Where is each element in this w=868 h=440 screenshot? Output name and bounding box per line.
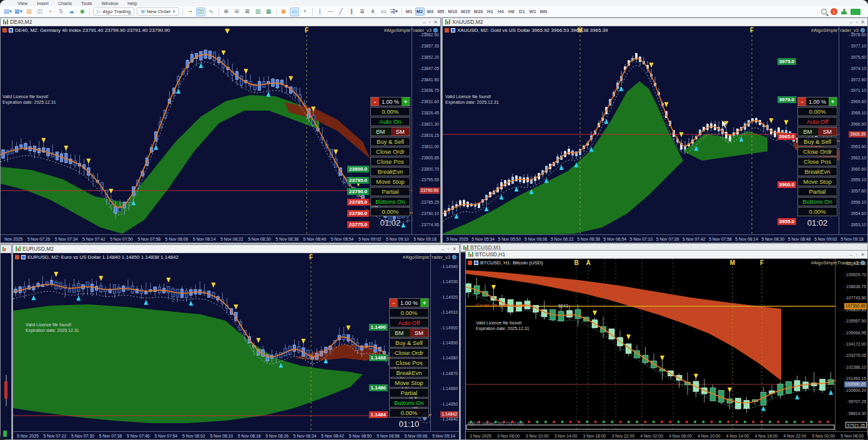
auto-toggle-button[interactable]: Auto Off <box>797 117 837 126</box>
window-titlebar-btc[interactable]: BTCUSD,H1–▫✕ <box>466 251 867 259</box>
close-pos-button[interactable]: Close Pos <box>389 358 429 368</box>
timeframe-h4[interactable]: H4 <box>496 8 505 16</box>
timeframe-m5[interactable]: M5 <box>436 8 446 16</box>
buy-sell-button[interactable]: Buy & Sell <box>370 137 410 146</box>
market-watch-icon[interactable]: ▥ <box>24 8 34 16</box>
chart-canvas-eur[interactable]: FEURUSD, M2: Euro vs US Dollar 1.14840 1… <box>13 253 459 431</box>
cloud-sync-icon[interactable]: ☁ <box>67 8 76 16</box>
new-order-button[interactable]: ⊞New Order▾ <box>137 8 179 16</box>
timeframe-m1[interactable]: M1 <box>405 8 414 16</box>
move-stop-button[interactable]: Move Stop <box>797 177 837 186</box>
background-window-edge-left[interactable] <box>0 244 12 440</box>
timeframe-m10[interactable]: M10 <box>447 8 459 16</box>
chart-canvas-btc[interactable]: BAMFBTCUSD, H1: Bitcoin (USD)#AlgoSimple… <box>466 259 867 431</box>
time-axis-xau[interactable]: 5 Nov 20255 Nov 05:345 Nov 05:505 Nov 06… <box>443 234 867 242</box>
price-scale-de40[interactable]: 23862.5023857.3523852.2023847.0523841.90… <box>412 26 440 234</box>
profiles-icon[interactable]: ▦▾ <box>14 8 23 16</box>
bm-button[interactable]: BM <box>798 128 817 136</box>
close-button[interactable]: ✕ <box>452 246 456 252</box>
time-axis-de40[interactable]: Nov 20255 Nov 07:265 Nov 07:345 Nov 07:4… <box>1 234 440 242</box>
risk-decrease-button[interactable]: - <box>390 299 398 307</box>
time-axis-btc[interactable]: 3 Nov 20253 Nov 06:003 Nov 10:003 Nov 14… <box>466 431 867 439</box>
window-titlebar-eur[interactable]: EURUSD,M2–▫✕ <box>13 245 459 253</box>
buy-sell-button[interactable]: Buy & Sell <box>389 338 429 348</box>
close-pos-button[interactable]: Close Pos <box>370 157 410 166</box>
auto-toggle-button[interactable]: Auto On <box>370 117 410 126</box>
chart-shift-icon[interactable]: ▯▯ <box>196 8 205 16</box>
timeframe-h8[interactable]: H8 <box>506 8 516 16</box>
minimize-button[interactable]: – <box>423 19 425 25</box>
lock-icon[interactable]: ▪ <box>46 8 55 16</box>
menu-item-view[interactable]: View <box>17 1 27 6</box>
menu-item-insert[interactable]: Insert <box>37 1 49 6</box>
close-ordr-button[interactable]: Close Ordr <box>389 348 429 358</box>
zoom-in-icon[interactable]: ⊕ <box>222 8 231 16</box>
price-scale-eur[interactable]: 1.149401.149301.149201.149101.149001.148… <box>430 253 459 431</box>
bm-button[interactable]: BM <box>371 128 390 136</box>
minimize-button[interactable]: – <box>850 19 852 25</box>
fibo-icon[interactable]: ≣ <box>358 8 367 16</box>
channel-icon[interactable]: ∥ <box>347 8 357 16</box>
restore-button[interactable]: ▫ <box>856 19 857 25</box>
breakevn-button[interactable]: BreakEvn <box>370 167 410 176</box>
timeframe-w1[interactable]: W1 <box>528 8 537 16</box>
partial-button[interactable]: Partial <box>389 388 429 398</box>
trendline-icon[interactable]: ╱ <box>337 8 346 16</box>
move-stop-button[interactable]: Move Stop <box>370 177 410 186</box>
hline-icon[interactable]: — <box>326 8 335 16</box>
menu-item-tools[interactable]: Tools <box>81 1 92 6</box>
data-window-icon[interactable]: ◫ <box>35 8 44 16</box>
timeframe-m15[interactable]: M15 <box>460 8 471 16</box>
price-scale-btc[interactable]: 110422.65109529.70108636.75107743.801068… <box>835 259 867 431</box>
menu-item-window[interactable]: Window <box>102 1 119 6</box>
pitchfork-icon[interactable]: ⋔ <box>368 8 378 16</box>
close-button[interactable]: ✕ <box>861 19 865 25</box>
autoscale-icon[interactable]: ∿ <box>207 8 216 16</box>
auto-toggle-button[interactable]: Auto Off <box>389 318 429 328</box>
window-titlebar-de40[interactable]: DE40,M2–▫✕ <box>1 18 440 26</box>
close-button[interactable]: ✕ <box>861 252 865 258</box>
zoom-out-icon[interactable]: ⊖ <box>232 8 242 16</box>
cursor-icon[interactable]: ▭ <box>290 8 299 16</box>
candle-chart-icon[interactable]: ▦ <box>264 8 274 16</box>
close-ordr-button[interactable]: Close Ordr <box>797 147 837 156</box>
chart-canvas-xau[interactable]: MFXAUUSD, M2: Gold vs US Dollar 3965.92 … <box>443 26 867 234</box>
risk-increase-button[interactable]: + <box>402 98 410 106</box>
algo-trading-button[interactable]: ▷Algo Trading <box>93 8 134 16</box>
timeframe-h1[interactable]: H1 <box>485 8 495 16</box>
restore-button[interactable]: ▫ <box>856 252 857 258</box>
new-chart-icon[interactable]: ▤▾ <box>3 8 12 16</box>
tile-windows-icon[interactable]: ⊞ <box>243 8 252 16</box>
close-button[interactable]: ✕ <box>433 19 438 25</box>
minimize-button[interactable]: – <box>441 246 444 252</box>
breakevn-button[interactable]: BreakEvn <box>389 368 429 378</box>
chart-canvas-de40[interactable]: FDE40, M2: Germany 40 Index 23791.40 237… <box>1 26 440 234</box>
partial-button[interactable]: Partial <box>370 187 410 196</box>
bm-button[interactable]: BM <box>390 329 409 337</box>
rectangle-icon[interactable]: ▭ <box>379 8 388 16</box>
timeframe-m30[interactable]: M30 <box>473 8 485 16</box>
autoscroll-icon[interactable]: ⇢ <box>185 8 195 16</box>
timeframe-m3[interactable]: M3 <box>426 8 435 16</box>
buy-sell-button[interactable]: Buy & Sell <box>797 137 837 146</box>
sm-button[interactable]: SM <box>818 128 837 136</box>
window-titlebar-xau[interactable]: XAUUSD,M2–▫✕ <box>443 18 867 26</box>
risk-decrease-button[interactable]: - <box>371 98 379 106</box>
screenshot-icon[interactable]: ▣ <box>279 8 289 16</box>
minimize-button[interactable]: – <box>850 252 852 258</box>
notifications-icon[interactable]: 1 <box>831 8 837 15</box>
timeframe-d1[interactable]: D1 <box>517 8 526 16</box>
close-ordr-button[interactable]: Close Ordr <box>370 147 410 156</box>
risk-increase-button[interactable]: + <box>829 98 837 106</box>
arrows-icon[interactable]: ⇶▾ <box>390 8 399 16</box>
buttons-toggle-button[interactable]: Buttons On <box>370 197 410 206</box>
move-stop-button[interactable]: Move Stop <box>389 378 429 388</box>
risk-increase-button[interactable]: + <box>420 299 428 307</box>
restore-button[interactable]: ▫ <box>428 19 430 25</box>
price-scale-xau[interactable]: 3978.603977.103975.603974.103972.603971.… <box>839 26 867 234</box>
partial-button[interactable]: Partial <box>797 187 837 196</box>
sm-button[interactable]: SM <box>410 329 429 337</box>
menu-item-charts[interactable]: Charts <box>58 1 72 6</box>
search-icon[interactable] <box>821 9 827 14</box>
menu-item-help[interactable]: Help <box>127 1 137 6</box>
